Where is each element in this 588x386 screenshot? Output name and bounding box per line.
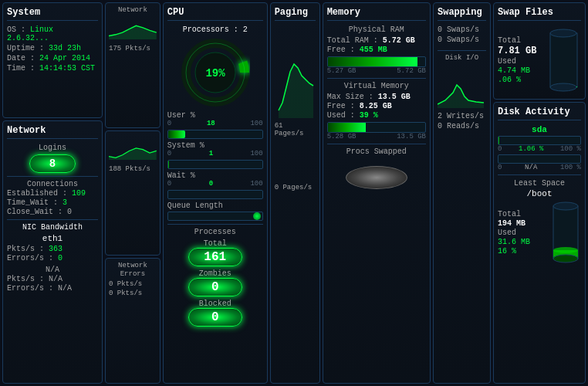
closewait-row: Close_Wait : 0 [7, 208, 98, 216]
swap-used: 4.74 MB [498, 66, 530, 75]
zombies-value: 0 [188, 278, 242, 296]
paging-title: Paging [275, 7, 316, 21]
os-row: OS : Linux 2.6.32... [7, 25, 98, 42]
total-proc-label: Total [167, 239, 263, 248]
writes-val: 2 Writes/s [438, 112, 486, 120]
vmem-bar-wrap: 5.28 GB 13.5 GB [327, 122, 426, 141]
wait-value: 0 [209, 180, 213, 188]
user-pct-label: User % [167, 111, 263, 120]
write-max: 100 % [560, 164, 581, 171]
blocked-label: Blocked [167, 300, 263, 308]
vmem-bar-total: 13.5 GB [397, 133, 426, 141]
user-ticks: 0 18 100 [167, 120, 263, 127]
net-out-sparkline [109, 14, 157, 41]
net-errors-title: NetworkErrors [109, 262, 157, 279]
system-bar [167, 160, 263, 169]
swap-stats: Total 7.81 GB Used 4.74 MB .06 % [498, 36, 540, 85]
logins-label: Logins [7, 144, 98, 152]
nic-label: NIC Bandwidth [7, 223, 98, 232]
ram-free: 455 MB [360, 46, 387, 54]
swapping-title: Swapping [438, 7, 486, 21]
ram-total: 5.72 GB [383, 36, 415, 45]
swap-pct: .06 % [498, 76, 521, 84]
blocked-proc-box: Blocked 0 [167, 300, 263, 327]
read-pct: 1.06 % [519, 145, 543, 153]
vmem-bar-bg [327, 122, 426, 133]
closewait-value: 0 [67, 208, 72, 216]
vmem-used-pct: 39 % [360, 111, 378, 120]
err-out-label: 0 Pkts/s [109, 280, 157, 288]
physical-ram-title: Physical RAM [327, 25, 426, 34]
system-panel: System OS : Linux 2.6.32... Uptime : 33d… [2, 2, 103, 118]
total-proc-value: 161 [188, 248, 242, 266]
svg-point-8 [550, 83, 576, 91]
network-panel: Network Logins 8 Connections Established… [2, 120, 103, 384]
svg-text:19%: 19% [205, 67, 225, 80]
nic-errors: 0 [58, 254, 63, 262]
user-bar-fill [168, 130, 185, 138]
user-value: 18 [207, 120, 215, 127]
swaps-in: 0 Swaps/s [438, 36, 486, 44]
least-space-content: Total 194 MB Used 31.6 MB 16 % [498, 200, 581, 266]
swap-files-content: Total 7.81 GB Used 4.74 MB .06 % [498, 25, 581, 95]
zombies-label: Zombies [167, 269, 263, 278]
zombies-proc-box: Zombies 0 [167, 269, 263, 296]
write-label: N/A [525, 164, 537, 171]
processes-title: Processes [167, 228, 263, 236]
swap-cylinder [546, 25, 581, 95]
net-mid-panel: Network 175 Pkts/s 188 Pkts/s NetworkErr… [105, 2, 161, 384]
swaps-out: 0 Swaps/s [438, 25, 486, 34]
procs-swapped-label: Procs Swapped [327, 147, 426, 156]
ram-bar-used: 5.27 GB [327, 67, 357, 75]
net-in-sparkline [109, 134, 157, 161]
ls-cylinder [550, 200, 581, 266]
disk-io-section: Disk I/O 2 Writes/s 0 Reads/s [438, 50, 486, 130]
write-min: 0 [498, 164, 502, 171]
vmem-bar-used: 5.28 GB [327, 133, 357, 141]
net-err-section: NetworkErrors 0 Pkts/s 0 Pkts/s [105, 258, 161, 384]
write-bar-bg [498, 154, 581, 164]
read-bar-bg [498, 136, 581, 145]
connections-label: Connections [7, 180, 98, 188]
nic-errors-na: N/A [58, 284, 72, 293]
ram-bar-bg [327, 56, 426, 67]
wait-pct-label: Wait % [167, 171, 263, 180]
paging-panel: Paging 61 Pages/s 0 Pages/s [270, 2, 320, 384]
err-in-label: 0 Pkts/s [109, 290, 157, 297]
system-value: 1 [209, 150, 213, 157]
processors-row: Processors : 2 [167, 25, 263, 34]
disk-name: sda [498, 125, 581, 134]
svg-point-7 [550, 29, 576, 37]
swap-files-title: Swap Files [498, 7, 581, 21]
cpu-donut: 19% [167, 38, 263, 107]
cpu-panel: CPU Processors : 2 19% User % 0 [163, 2, 268, 384]
svg-point-12 [553, 255, 578, 262]
established-value: 109 [72, 189, 86, 198]
memory-panel: Memory Physical RAM Total RAM : 5.72 GB … [323, 2, 431, 384]
timewait-value: 3 [63, 198, 67, 207]
total-proc-box: Total 161 [167, 239, 263, 266]
established-row: Established : 109 [7, 189, 98, 198]
svg-point-13 [553, 247, 578, 253]
svg-rect-5 [550, 33, 577, 87]
pages-in: 0 Pages/s [275, 184, 316, 191]
nic-name: eth1 [7, 234, 98, 243]
processes-section: Processes Total 161 Zombies 0 Blocked 0 [167, 224, 263, 327]
uptime-row: Uptime : 33d 23h [7, 44, 98, 52]
date-row: Date : 24 Apr 2014 [7, 54, 98, 63]
vmem-bar-fill [328, 123, 366, 132]
net-out-section: Network 175 Pkts/s [105, 2, 161, 128]
user-bar [167, 130, 263, 139]
pkts-out-label: 175 Pkts/s [109, 45, 157, 52]
least-space-title: Least Space [498, 179, 581, 188]
svg-point-11 [553, 202, 578, 210]
uptime-value: 33d 23h [49, 44, 81, 52]
net-in-section: 188 Pkts/s [105, 130, 161, 256]
blocked-value: 0 [188, 308, 242, 327]
ram-bar-total: 5.72 GB [397, 67, 426, 75]
system-title: System [7, 7, 98, 21]
write-bar-wrap: 0 N/A 100 % [498, 154, 581, 171]
network-title: Network [7, 125, 98, 139]
mount-point: /boot [498, 189, 581, 198]
queue-bar [167, 212, 263, 221]
